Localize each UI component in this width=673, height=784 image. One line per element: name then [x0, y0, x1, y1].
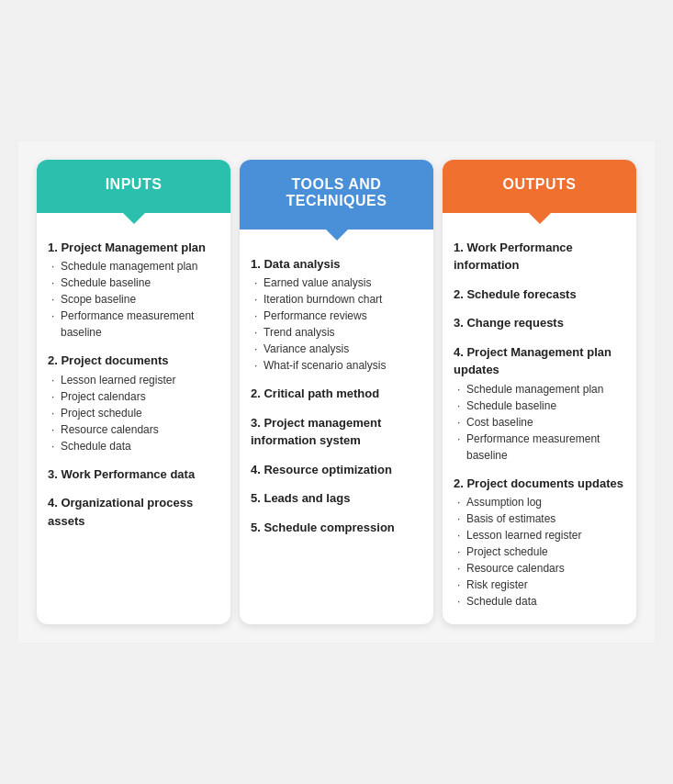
outputs-item-4: 2. Project documents updates: [454, 475, 625, 493]
outputs-item-1: 2. Schedule forecasts: [454, 286, 625, 304]
tools-subitem-0-5: What-if scenario analysis: [251, 357, 422, 374]
outputs-item-0: 1. Work Performance information: [454, 239, 625, 274]
inputs-item-1: 2. Project documents: [48, 352, 219, 370]
inputs-subitem-1-0: Lesson learned register: [48, 372, 219, 388]
outputs-subitem-4-3: Project schedule: [454, 543, 625, 560]
tools-header: TOOLS AND TECHNIQUES: [240, 160, 433, 230]
outputs-subitem-4-5: Risk register: [454, 577, 625, 593]
tools-subitem-0-3: Trend analysis: [251, 324, 422, 341]
inputs-item-2: 3. Work Performance data: [48, 465, 219, 484]
tools-subitem-0-1: Iteration burndown chart: [251, 291, 422, 308]
outputs-item-3: 4. Project Management plan updates: [454, 343, 625, 379]
outputs-subitem-3-3: Performance measurement baseline: [454, 431, 625, 464]
tools-item-4: 5. Leads and lags: [251, 489, 422, 508]
column-inputs: INPUTS1. Project Management planSchedule…: [37, 160, 230, 625]
tools-item-0: 1. Data analysis: [251, 255, 422, 274]
outputs-subitem-3-2: Cost baseline: [454, 414, 625, 431]
outputs-item-2: 3. Change requests: [454, 314, 625, 332]
inputs-subitem-0-3: Performance measurement baseline: [48, 308, 219, 341]
inputs-subitem-0-0: Schedule management plan: [48, 258, 219, 274]
outputs-body: 1. Work Performance information2. Schedu…: [443, 213, 636, 625]
tools-item-3: 4. Resource optimization: [251, 461, 422, 479]
tools-subitem-0-2: Performance reviews: [251, 308, 422, 324]
tools-item-2: 3. Project management information system: [251, 414, 422, 450]
outputs-subitem-4-6: Schedule data: [454, 593, 625, 610]
inputs-subitem-1-4: Schedule data: [48, 438, 219, 454]
inputs-body: 1. Project Management planSchedule manag…: [37, 213, 230, 625]
tools-body: 1. Data analysisEarned value analysisIte…: [240, 230, 433, 625]
inputs-subitem-1-3: Resource calendars: [48, 421, 219, 438]
outputs-subitem-3-0: Schedule management plan: [454, 381, 625, 398]
column-outputs: OUTPUTS1. Work Performance information2.…: [443, 160, 636, 625]
inputs-subitem-1-2: Project schedule: [48, 405, 219, 421]
tools-item-5: 5. Schedule compression: [251, 519, 422, 537]
inputs-subitem-0-1: Schedule baseline: [48, 274, 219, 291]
outputs-subitem-4-2: Lesson learned register: [454, 527, 625, 543]
inputs-item-0: 1. Project Management plan: [48, 239, 219, 257]
inputs-header: INPUTS: [37, 160, 230, 213]
outputs-subitem-4-0: Assumption log: [454, 494, 625, 510]
tools-subitem-0-0: Earned value analysis: [251, 274, 422, 291]
outputs-header: OUTPUTS: [443, 160, 636, 213]
tools-subitem-0-4: Variance analysis: [251, 341, 422, 357]
outputs-subitem-3-1: Schedule baseline: [454, 398, 625, 414]
outputs-subitem-4-1: Basis of estimates: [454, 510, 625, 527]
tools-item-1: 2. Critical path method: [251, 385, 422, 403]
main-container: INPUTS1. Project Management planSchedule…: [18, 141, 655, 644]
inputs-item-3: 4. Organizational process assets: [48, 494, 219, 530]
outputs-subitem-4-4: Resource calendars: [454, 560, 625, 577]
inputs-subitem-0-2: Scope baseline: [48, 291, 219, 308]
column-tools: TOOLS AND TECHNIQUES1. Data analysisEarn…: [240, 160, 433, 625]
inputs-subitem-1-1: Project calendars: [48, 388, 219, 405]
